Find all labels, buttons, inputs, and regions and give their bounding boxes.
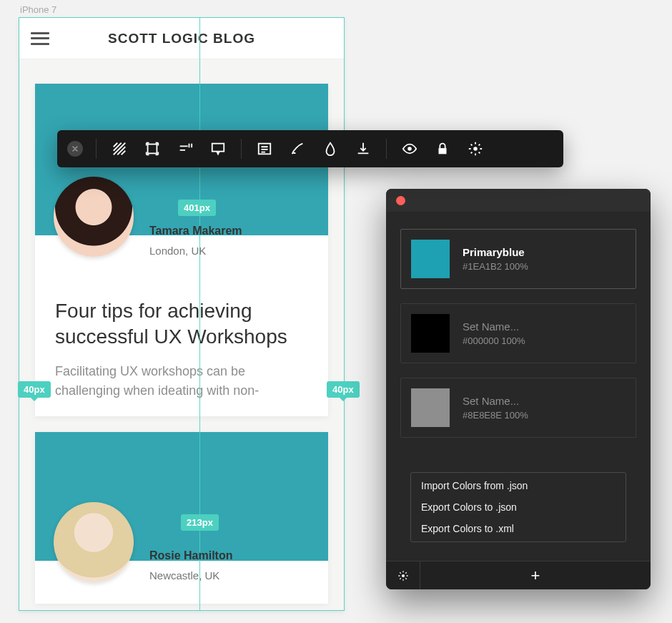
eye-icon[interactable] [400, 139, 420, 159]
measure-badge-right: 40px [327, 381, 360, 398]
swatch-row[interactable]: Set Name... #000000 100% [400, 303, 636, 363]
list-icon[interactable] [255, 139, 275, 159]
swatch-hex: #000000 100% [463, 335, 525, 346]
svg-rect-4 [439, 148, 447, 154]
toolbar-separator [386, 139, 387, 159]
panel-context-menu: Import Colors from .json Export Colors t… [410, 472, 626, 542]
artboard-icon[interactable] [142, 139, 162, 159]
author-name: Rosie Hamilton [149, 549, 232, 562]
card-author-row: Rosie Hamilton Newcastle, UK [35, 561, 328, 604]
comment-icon[interactable] [208, 139, 228, 159]
measure-badge-top: 401px [178, 200, 216, 216]
svg-point-6 [402, 574, 405, 577]
toolbar-close-button[interactable] [67, 141, 83, 157]
svg-rect-0 [148, 144, 157, 154]
drop-icon[interactable] [320, 139, 340, 159]
author-avatar[interactable] [54, 502, 134, 582]
panel-titlebar[interactable] [386, 189, 651, 212]
card-author-row: Tamara Makarem London, UK [35, 235, 328, 278]
download-icon[interactable] [353, 139, 373, 159]
author-location: Newcastle, UK [149, 569, 232, 582]
gear-icon[interactable] [465, 139, 485, 159]
color-swatch[interactable] [411, 240, 450, 278]
panel-body: Primaryblue #1EA1B2 100% Set Name... #00… [386, 212, 651, 561]
card-title: Four tips for achieving successful UX Wo… [55, 298, 308, 350]
menu-export-json[interactable]: Export Colors to .json [420, 500, 617, 514]
swatch-name[interactable]: Primaryblue [463, 246, 528, 258]
toolbar-separator [241, 139, 242, 159]
swatch-name[interactable]: Set Name... [463, 320, 525, 333]
panel-footer: + [386, 561, 651, 589]
fill-pattern-icon[interactable] [109, 139, 129, 159]
svg-point-5 [473, 147, 478, 151]
toolbar-separator [96, 139, 97, 159]
brush-icon[interactable] [287, 139, 307, 159]
measure-badge-mid: 213px [181, 514, 219, 531]
author-avatar[interactable] [54, 177, 134, 257]
app-bar: SCOTT LOGIC BLOG [19, 18, 344, 59]
menu-export-xml[interactable]: Export Colors to .xml [420, 521, 617, 536]
device-label: iPhone 7 [20, 4, 56, 15]
color-swatch[interactable] [411, 314, 450, 353]
panel-add-button[interactable]: + [420, 561, 651, 589]
svg-point-3 [407, 147, 412, 151]
panel-settings-button[interactable] [386, 561, 420, 589]
align-icon[interactable] [175, 139, 195, 159]
card-excerpt: Facilitating UX workshops can be challen… [55, 362, 308, 401]
artboard-iphone7[interactable]: 401px 40px 40px 213px SCOTT LOGIC BLOG T… [19, 17, 345, 611]
swatch-hex: #1EA1B2 100% [463, 261, 528, 272]
app-title: SCOTT LOGIC BLOG [31, 31, 332, 46]
color-swatch[interactable] [411, 388, 450, 427]
window-close-icon[interactable] [396, 196, 405, 205]
author-location: London, UK [149, 245, 242, 257]
menu-import-json[interactable]: Import Colors from .json [420, 479, 617, 493]
colors-panel[interactable]: Primaryblue #1EA1B2 100% Set Name... #00… [386, 189, 651, 589]
swatch-row[interactable]: Primaryblue #1EA1B2 100% [400, 229, 636, 289]
floating-toolbar [57, 130, 563, 167]
author-name: Tamara Makarem [149, 225, 242, 237]
swatch-hex: #8E8E8E 100% [463, 410, 528, 421]
svg-rect-1 [212, 144, 224, 152]
lock-icon[interactable] [433, 139, 453, 159]
measure-badge-left: 40px [18, 381, 51, 398]
swatch-row[interactable]: Set Name... #8E8E8E 100% [400, 378, 636, 438]
swatch-name[interactable]: Set Name... [463, 395, 528, 407]
